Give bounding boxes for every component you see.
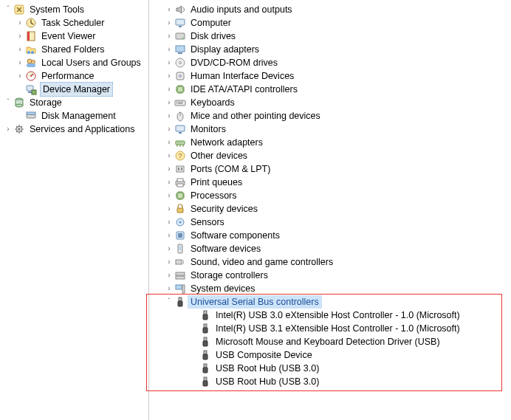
device-label: USB Root Hub (USB 3.0) — [213, 362, 319, 375]
chevron-down-icon[interactable]: ˇ — [164, 295, 174, 309]
chevron-right-icon[interactable]: › — [15, 43, 25, 56]
event-viewer-icon — [25, 30, 37, 42]
tree-label: Event Viewer — [38, 30, 95, 43]
tree-shared-folders[interactable]: › Shared Folders — [0, 43, 148, 56]
category-sensors[interactable]: › Sensors — [149, 216, 511, 229]
category-disk-drives[interactable]: › Disk drives — [149, 30, 511, 43]
tree-performance[interactable]: › Performance — [0, 69, 148, 83]
category-label: Keyboards — [188, 96, 235, 109]
disk-icon — [174, 30, 186, 42]
category-ide[interactable]: › IDE ATA/ATAPI controllers — [149, 83, 511, 96]
keyboard-icon — [174, 97, 186, 109]
category-label: Disk drives — [188, 30, 236, 43]
chevron-right-icon[interactable]: › — [164, 149, 174, 162]
category-mice[interactable]: › Mice and other pointing devices — [149, 109, 511, 123]
chevron-right-icon[interactable]: › — [164, 269, 174, 282]
chevron-right-icon[interactable]: › — [164, 109, 174, 123]
usb-device-row[interactable]: ·USB Root Hub (USB 3.0) — [149, 362, 511, 375]
chevron-right-icon[interactable]: › — [15, 30, 25, 43]
tree-disk-management[interactable]: · Disk Management — [0, 109, 148, 123]
chevron-right-icon[interactable]: › — [164, 176, 174, 189]
category-ports[interactable]: › Ports (COM & LPT) — [149, 162, 511, 176]
category-security[interactable]: › Security devices — [149, 202, 511, 216]
usb-device-row[interactable]: ·Intel(R) USB 3.1 eXtensible Host Contro… — [149, 322, 511, 335]
dvd-icon — [174, 57, 186, 69]
category-dvd-cd[interactable]: › DVD/CD-ROM drives — [149, 56, 511, 69]
category-usb[interactable]: ˇ Universal Serial Bus controllers — [149, 295, 511, 309]
printer-icon — [174, 176, 186, 188]
category-storage-controllers[interactable]: › Storage controllers — [149, 269, 511, 282]
display-adapter-icon — [174, 44, 186, 55]
network-adapter-icon — [174, 137, 186, 148]
category-other[interactable]: › Other devices — [149, 149, 511, 162]
chevron-right-icon[interactable]: › — [164, 136, 174, 149]
shared-folder-icon — [25, 44, 37, 55]
category-processors[interactable]: › Processors — [149, 189, 511, 202]
tree-device-manager[interactable]: · Device Manager — [0, 83, 148, 96]
chevron-right-icon[interactable]: › — [164, 162, 174, 176]
usb-device-row[interactable]: ·USB Composite Device — [149, 348, 511, 362]
usb-device-row[interactable]: ·USB Root Hub (USB 3.0) — [149, 375, 511, 388]
chevron-right-icon[interactable]: › — [164, 3, 174, 16]
category-label: Universal Serial Bus controllers — [188, 295, 322, 309]
chevron-right-icon[interactable]: › — [164, 43, 174, 56]
tree-services-apps[interactable]: › Services and Applications — [0, 123, 148, 136]
serial-port-icon — [174, 163, 186, 175]
chevron-right-icon[interactable]: › — [164, 282, 174, 295]
chevron-right-icon[interactable]: › — [164, 123, 174, 136]
category-label: Sound, video and game controllers — [188, 255, 333, 269]
chevron-right-icon[interactable]: › — [15, 69, 25, 83]
category-label: Network adapters — [188, 136, 263, 149]
category-label: Software devices — [188, 242, 261, 255]
users-icon — [25, 57, 37, 69]
chevron-right-icon[interactable]: › — [164, 16, 174, 30]
chevron-right-icon[interactable]: › — [164, 255, 174, 269]
usb-icon — [199, 349, 211, 361]
chevron-right-icon[interactable]: › — [164, 83, 174, 96]
chevron-right-icon[interactable]: › — [15, 16, 25, 30]
chevron-right-icon[interactable]: › — [164, 242, 174, 255]
category-system-devices[interactable]: › System devices — [149, 282, 511, 295]
chevron-right-icon[interactable]: › — [164, 229, 174, 242]
category-display-adapters[interactable]: › Display adapters — [149, 43, 511, 56]
usb-icon — [174, 296, 186, 308]
tree-event-viewer[interactable]: › Event Viewer — [0, 30, 148, 43]
chevron-right-icon[interactable]: › — [15, 56, 25, 69]
chevron-right-icon[interactable]: › — [164, 189, 174, 202]
tree-label: Disk Management — [38, 109, 116, 123]
category-network[interactable]: › Network adapters — [149, 136, 511, 149]
chevron-down-icon[interactable]: ˇ — [3, 96, 13, 109]
chevron-down-icon[interactable]: ˇ — [3, 3, 13, 16]
category-label: Monitors — [188, 123, 226, 136]
chevron-right-icon[interactable]: › — [164, 30, 174, 43]
category-keyboards[interactable]: › Keyboards — [149, 96, 511, 109]
chevron-right-icon[interactable]: › — [164, 202, 174, 216]
usb-device-row[interactable]: ·Microsoft Mouse and Keyboard Detection … — [149, 335, 511, 348]
tree-local-users[interactable]: › Local Users and Groups — [0, 56, 148, 69]
device-manager-tree[interactable]: › Audio inputs and outputs › Computer › … — [149, 0, 511, 420]
category-sound[interactable]: › Sound, video and game controllers — [149, 255, 511, 269]
category-software-devices[interactable]: › Software devices — [149, 242, 511, 255]
category-computer[interactable]: › Computer — [149, 16, 511, 30]
lock-icon — [174, 203, 186, 215]
category-audio-io[interactable]: › Audio inputs and outputs — [149, 3, 511, 16]
tree-label: Device Manager — [40, 82, 113, 97]
category-monitors[interactable]: › Monitors — [149, 123, 511, 136]
tree-system-tools[interactable]: ˇ System Tools — [0, 3, 148, 16]
category-hid[interactable]: › Human Interface Devices — [149, 69, 511, 83]
chevron-right-icon[interactable]: › — [164, 69, 174, 83]
tree-task-scheduler[interactable]: › Task Scheduler — [0, 16, 148, 30]
chevron-right-icon[interactable]: › — [164, 56, 174, 69]
usb-icon — [199, 376, 211, 388]
category-print-queues[interactable]: › Print queues — [149, 176, 511, 189]
tree-storage[interactable]: ˇ Storage — [0, 96, 148, 109]
device-label: Intel(R) USB 3.0 eXtensible Host Control… — [213, 309, 460, 322]
category-software-components[interactable]: › Software components — [149, 229, 511, 242]
mmc-tree[interactable]: ˇ System Tools › Task Scheduler › Event … — [0, 0, 149, 420]
usb-icon — [199, 362, 211, 374]
usb-device-row[interactable]: ·Intel(R) USB 3.0 eXtensible Host Contro… — [149, 309, 511, 322]
chevron-right-icon[interactable]: › — [164, 96, 174, 109]
clock-icon — [25, 17, 37, 29]
chevron-right-icon[interactable]: › — [164, 216, 174, 229]
chevron-right-icon[interactable]: › — [3, 123, 13, 136]
